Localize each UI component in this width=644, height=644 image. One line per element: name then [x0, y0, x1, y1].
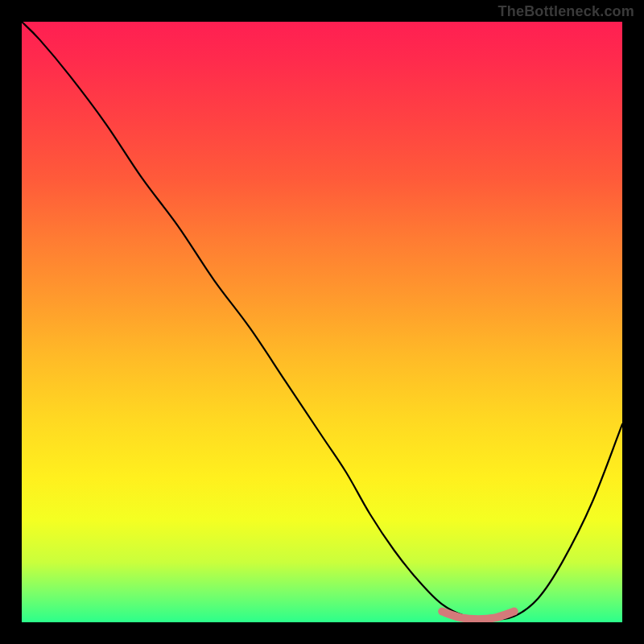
- chart-svg: [22, 22, 622, 622]
- chart-frame: TheBottleneck.com: [0, 0, 644, 644]
- watermark-text: TheBottleneck.com: [498, 3, 634, 20]
- optimal-band: [442, 612, 514, 620]
- plot-area: [22, 22, 622, 622]
- bottleneck-curve: [22, 22, 622, 619]
